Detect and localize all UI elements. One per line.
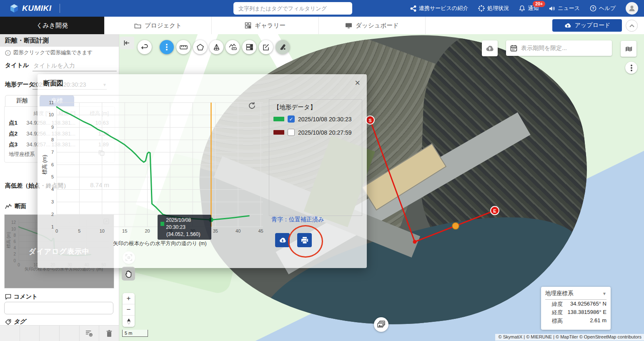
zoom-out-button[interactable]: − (123, 304, 135, 316)
svg-text:4: 4 (51, 187, 54, 192)
chevron-down-icon: ▼ (602, 291, 606, 296)
title-input[interactable] (33, 60, 117, 71)
comment-heading: コメント (5, 293, 38, 301)
tab-projects[interactable]: プロジェクト (104, 17, 211, 34)
toolbar-cell (40, 326, 60, 341)
terrain-section-icon (229, 44, 237, 50)
dialog-divider (38, 95, 367, 95)
measure-section-button[interactable] (226, 40, 240, 54)
measure-area-button[interactable] (193, 40, 207, 54)
pentagon-icon (197, 44, 204, 50)
tag-icon (5, 319, 11, 325)
tab-dashboard[interactable]: ダッシュボード (318, 17, 426, 34)
upload-button[interactable]: アップロード (552, 19, 622, 32)
tab-gallery[interactable]: ギャラリー (211, 17, 318, 34)
compass-needle-icon (127, 318, 131, 325)
map-menu-kebab-button[interactable] (625, 62, 637, 74)
basemap-button[interactable] (621, 41, 636, 57)
end-marker[interactable]: E (491, 206, 499, 215)
refresh-button[interactable] (248, 102, 256, 110)
grab-hand-cursor (122, 267, 135, 281)
collapse-panel-button[interactable] (626, 20, 638, 32)
speaker-icon (549, 5, 555, 12)
svg-text:2: 2 (51, 212, 54, 217)
photos-button[interactable] (374, 317, 388, 332)
crs-dropdown[interactable]: 地理座標系 ▼ (545, 290, 606, 300)
delete-button[interactable] (99, 326, 119, 341)
svg-text:E: E (493, 208, 496, 213)
kebab-icon (166, 43, 168, 51)
edit-pencil-icon (263, 44, 270, 51)
app-root: KUMIKI 連携サービスの紹介 処理状況 (0, 0, 644, 341)
compass-button[interactable] (123, 316, 135, 327)
ruler-icon (180, 45, 188, 50)
series-checkbox[interactable] (288, 115, 295, 123)
svg-text:20: 20 (145, 228, 150, 233)
measurement-vertex[interactable] (413, 240, 417, 244)
kebab-icon (631, 64, 632, 72)
download-button[interactable] (275, 233, 290, 247)
svg-text:7: 7 (51, 150, 54, 155)
notification-badge: 20+ (533, 1, 545, 7)
folder-icon (134, 23, 141, 29)
search-input[interactable] (233, 2, 352, 15)
undo-button[interactable] (138, 40, 152, 54)
svg-text:10: 10 (100, 228, 105, 233)
svg-text:S: S (368, 118, 371, 123)
series-swatch (273, 117, 284, 121)
edit-shape-button[interactable] (259, 40, 273, 54)
nav-notifications[interactable]: 通知 20+ (519, 5, 539, 12)
logo-divider (60, 4, 60, 13)
chart-tooltip: 2025/10/08 20:30:23 (34.052, 1.560) (158, 215, 211, 240)
svg-text:35: 35 (213, 228, 218, 233)
logo-text: KUMIKI (22, 4, 52, 13)
svg-text:矢印の根本からの水平方向の道のり (m): 矢印の根本からの水平方向の道のり (m) (113, 241, 206, 246)
zoom-in-button[interactable]: + (123, 293, 135, 304)
sidebar-bottom-toolbar (0, 325, 119, 341)
highlighter-button[interactable] (276, 40, 290, 54)
coord-row: 標高 2.61 m (545, 317, 606, 325)
close-icon[interactable]: × (355, 78, 360, 88)
nav-help[interactable]: ? ヘルプ (590, 5, 616, 12)
svg-text:6: 6 (51, 162, 54, 167)
map-upload-button[interactable] (482, 40, 498, 56)
terrain-select-label: 地形データ (5, 81, 35, 88)
collapse-sidebar-button[interactable] (120, 37, 134, 49)
toolbar-cell (0, 326, 20, 341)
nav-processing[interactable]: 処理状況 (478, 5, 509, 12)
profile-chart-icon (5, 204, 12, 209)
nav-news[interactable]: ニュース (549, 5, 580, 12)
coord-row: 緯度 34.9256765° N (545, 301, 606, 308)
kumiki-logo[interactable]: KUMIKI (9, 3, 60, 13)
user-avatar[interactable] (626, 2, 638, 15)
cloud-upload-icon (564, 23, 571, 28)
series-checkbox[interactable] (288, 129, 295, 136)
comment-input[interactable] (4, 302, 113, 314)
start-marker[interactable]: S (366, 116, 374, 124)
report-layout-icon (246, 44, 253, 50)
cursor-position-dot[interactable] (452, 223, 459, 229)
report-button[interactable] (242, 40, 256, 54)
svg-text:?: ? (592, 6, 594, 10)
measure-volume-button[interactable] (209, 40, 223, 54)
measure-distance-button[interactable] (176, 40, 190, 54)
list-eye-icon (85, 330, 94, 337)
edit-hint: i 図形クリックで図形編集できます (5, 49, 93, 56)
workspace-tab[interactable]: くみき開発 (0, 17, 104, 34)
calendar-icon (510, 45, 517, 52)
date-filter-input[interactable]: 表示期間を限定... (506, 40, 612, 56)
tab-distance[interactable]: 距離 (5, 95, 40, 106)
nav-services[interactable]: 連携サービスの紹介 (410, 5, 468, 12)
collapse-left-icon (124, 40, 130, 45)
visibility-list-button[interactable] (80, 326, 100, 341)
svg-text:標高 (m): 標高 (m) (42, 155, 48, 175)
menu-kebab-button[interactable] (160, 40, 174, 54)
section-chart-svg: 0510152025303540451234567891011矢印の根本からの水… (42, 98, 269, 248)
photo-stack-icon (377, 321, 386, 328)
share-icon (410, 5, 416, 12)
measurement-line[interactable] (370, 120, 495, 242)
help-icon: ? (590, 5, 596, 12)
map-icon (625, 45, 633, 53)
zoom-control: + − (123, 293, 135, 327)
info-icon: i (5, 50, 11, 56)
